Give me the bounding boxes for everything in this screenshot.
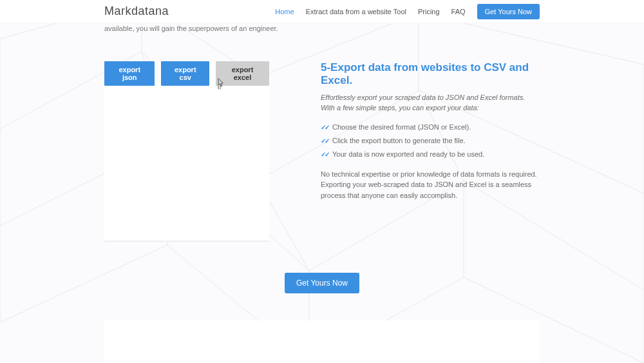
cta-center-wrap: Get Yours Now bbox=[104, 273, 540, 293]
nav-home[interactable]: Home bbox=[275, 8, 294, 15]
feature-outro: No technical expertise or prior knowledg… bbox=[321, 169, 540, 201]
step-text: Your data is now exported and ready to b… bbox=[332, 150, 484, 159]
double-check-icon: ✓✓ bbox=[321, 150, 328, 159]
feature-step-item: ✓✓ Click the export button to generate t… bbox=[321, 136, 540, 146]
export-demo-panel: export json export csv export excel bbox=[104, 61, 269, 242]
feature-steps-list: ✓✓ Choose the desired format (JSON or Ex… bbox=[321, 123, 540, 160]
main-nav: Home Extract data from a website Tool Pr… bbox=[275, 4, 540, 19]
nav-pricing[interactable]: Pricing bbox=[418, 8, 440, 15]
site-header: Markdatana Home Extract data from a webs… bbox=[0, 0, 644, 23]
nav-extract-tool[interactable]: Extract data from a website Tool bbox=[306, 8, 406, 15]
double-check-icon: ✓✓ bbox=[321, 137, 328, 146]
step-text: Choose the desired format (JSON or Excel… bbox=[332, 123, 471, 132]
feature-intro: Effortlessly export your scraped data to… bbox=[321, 92, 540, 113]
feature-title: 5-Export data from websites to CSV and E… bbox=[321, 61, 540, 87]
double-check-icon: ✓✓ bbox=[321, 123, 328, 132]
export-buttons-row: export json export csv export excel bbox=[104, 61, 269, 86]
nav-faq[interactable]: FAQ bbox=[451, 8, 466, 15]
export-csv-button[interactable]: export csv bbox=[161, 61, 209, 86]
site-logo[interactable]: Markdatana bbox=[104, 5, 169, 18]
main-content: available, you will gain the superpowers… bbox=[0, 23, 644, 293]
feature-step-item: ✓✓ Your data is now exported and ready t… bbox=[321, 150, 540, 159]
feature-description: 5-Export data from websites to CSV and E… bbox=[321, 61, 540, 201]
get-yours-button-main[interactable]: Get Yours Now bbox=[285, 273, 359, 293]
feature-columns: export json export csv export excel 5-Ex… bbox=[104, 61, 540, 242]
step-text: Click the export button to generate the … bbox=[332, 136, 466, 146]
partial-description-text: available, you will gain the superpowers… bbox=[104, 23, 298, 34]
export-json-button[interactable]: export json bbox=[104, 61, 155, 86]
get-yours-button-header[interactable]: Get Yours Now bbox=[477, 4, 540, 19]
feature-step-item: ✓✓ Choose the desired format (JSON or Ex… bbox=[321, 123, 540, 132]
footer-panel-placeholder bbox=[104, 320, 540, 364]
export-excel-button[interactable]: export excel bbox=[216, 61, 269, 86]
